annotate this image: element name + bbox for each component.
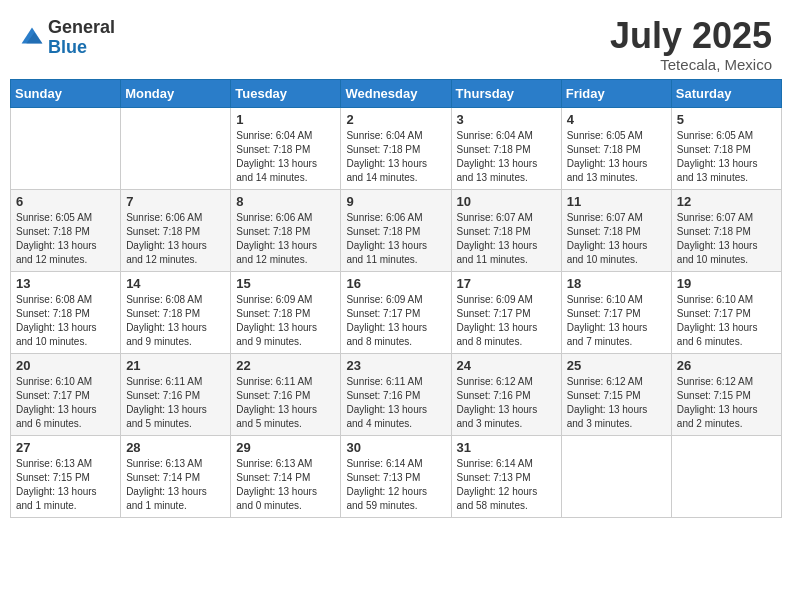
day-info: Sunrise: 6:04 AM Sunset: 7:18 PM Dayligh… (236, 129, 335, 185)
header-sunday: Sunday (11, 80, 121, 108)
day-number: 7 (126, 194, 225, 209)
day-number: 25 (567, 358, 666, 373)
day-info: Sunrise: 6:10 AM Sunset: 7:17 PM Dayligh… (16, 375, 115, 431)
day-info: Sunrise: 6:07 AM Sunset: 7:18 PM Dayligh… (567, 211, 666, 267)
logo-general: General (48, 18, 115, 38)
empty-cell (671, 436, 781, 518)
logo-text: General Blue (48, 18, 115, 58)
week-row-1: 6Sunrise: 6:05 AM Sunset: 7:18 PM Daylig… (11, 190, 782, 272)
day-info: Sunrise: 6:08 AM Sunset: 7:18 PM Dayligh… (126, 293, 225, 349)
day-number: 3 (457, 112, 556, 127)
day-number: 30 (346, 440, 445, 455)
day-cell-18: 18Sunrise: 6:10 AM Sunset: 7:17 PM Dayli… (561, 272, 671, 354)
day-cell-31: 31Sunrise: 6:14 AM Sunset: 7:13 PM Dayli… (451, 436, 561, 518)
day-cell-14: 14Sunrise: 6:08 AM Sunset: 7:18 PM Dayli… (121, 272, 231, 354)
day-info: Sunrise: 6:10 AM Sunset: 7:17 PM Dayligh… (677, 293, 776, 349)
header-saturday: Saturday (671, 80, 781, 108)
day-number: 4 (567, 112, 666, 127)
day-number: 19 (677, 276, 776, 291)
day-number: 8 (236, 194, 335, 209)
day-cell-26: 26Sunrise: 6:12 AM Sunset: 7:15 PM Dayli… (671, 354, 781, 436)
day-number: 28 (126, 440, 225, 455)
day-cell-11: 11Sunrise: 6:07 AM Sunset: 7:18 PM Dayli… (561, 190, 671, 272)
day-info: Sunrise: 6:04 AM Sunset: 7:18 PM Dayligh… (457, 129, 556, 185)
calendar-table: SundayMondayTuesdayWednesdayThursdayFrid… (10, 79, 782, 518)
day-number: 11 (567, 194, 666, 209)
day-info: Sunrise: 6:07 AM Sunset: 7:18 PM Dayligh… (677, 211, 776, 267)
day-number: 26 (677, 358, 776, 373)
week-row-2: 13Sunrise: 6:08 AM Sunset: 7:18 PM Dayli… (11, 272, 782, 354)
page-header: General Blue July 2025 Tetecala, Mexico (10, 10, 782, 79)
day-info: Sunrise: 6:04 AM Sunset: 7:18 PM Dayligh… (346, 129, 445, 185)
day-cell-12: 12Sunrise: 6:07 AM Sunset: 7:18 PM Dayli… (671, 190, 781, 272)
day-number: 31 (457, 440, 556, 455)
header-wednesday: Wednesday (341, 80, 451, 108)
month-title: July 2025 (610, 18, 772, 54)
day-info: Sunrise: 6:14 AM Sunset: 7:13 PM Dayligh… (346, 457, 445, 513)
logo-blue: Blue (48, 38, 115, 58)
day-info: Sunrise: 6:05 AM Sunset: 7:18 PM Dayligh… (677, 129, 776, 185)
day-number: 9 (346, 194, 445, 209)
day-info: Sunrise: 6:12 AM Sunset: 7:16 PM Dayligh… (457, 375, 556, 431)
day-number: 1 (236, 112, 335, 127)
day-number: 2 (346, 112, 445, 127)
day-number: 13 (16, 276, 115, 291)
day-info: Sunrise: 6:14 AM Sunset: 7:13 PM Dayligh… (457, 457, 556, 513)
day-info: Sunrise: 6:12 AM Sunset: 7:15 PM Dayligh… (677, 375, 776, 431)
day-info: Sunrise: 6:10 AM Sunset: 7:17 PM Dayligh… (567, 293, 666, 349)
header-monday: Monday (121, 80, 231, 108)
day-info: Sunrise: 6:06 AM Sunset: 7:18 PM Dayligh… (346, 211, 445, 267)
empty-cell (11, 108, 121, 190)
day-cell-9: 9Sunrise: 6:06 AM Sunset: 7:18 PM Daylig… (341, 190, 451, 272)
day-cell-13: 13Sunrise: 6:08 AM Sunset: 7:18 PM Dayli… (11, 272, 121, 354)
week-row-0: 1Sunrise: 6:04 AM Sunset: 7:18 PM Daylig… (11, 108, 782, 190)
day-cell-17: 17Sunrise: 6:09 AM Sunset: 7:17 PM Dayli… (451, 272, 561, 354)
day-info: Sunrise: 6:08 AM Sunset: 7:18 PM Dayligh… (16, 293, 115, 349)
day-info: Sunrise: 6:11 AM Sunset: 7:16 PM Dayligh… (346, 375, 445, 431)
empty-cell (561, 436, 671, 518)
day-info: Sunrise: 6:12 AM Sunset: 7:15 PM Dayligh… (567, 375, 666, 431)
day-cell-29: 29Sunrise: 6:13 AM Sunset: 7:14 PM Dayli… (231, 436, 341, 518)
day-cell-24: 24Sunrise: 6:12 AM Sunset: 7:16 PM Dayli… (451, 354, 561, 436)
day-number: 14 (126, 276, 225, 291)
day-number: 20 (16, 358, 115, 373)
week-row-3: 20Sunrise: 6:10 AM Sunset: 7:17 PM Dayli… (11, 354, 782, 436)
title-block: July 2025 Tetecala, Mexico (610, 18, 772, 73)
day-cell-20: 20Sunrise: 6:10 AM Sunset: 7:17 PM Dayli… (11, 354, 121, 436)
day-cell-1: 1Sunrise: 6:04 AM Sunset: 7:18 PM Daylig… (231, 108, 341, 190)
day-number: 6 (16, 194, 115, 209)
day-number: 10 (457, 194, 556, 209)
day-info: Sunrise: 6:05 AM Sunset: 7:18 PM Dayligh… (16, 211, 115, 267)
day-number: 15 (236, 276, 335, 291)
header-friday: Friday (561, 80, 671, 108)
day-number: 17 (457, 276, 556, 291)
day-number: 5 (677, 112, 776, 127)
day-cell-28: 28Sunrise: 6:13 AM Sunset: 7:14 PM Dayli… (121, 436, 231, 518)
day-info: Sunrise: 6:09 AM Sunset: 7:17 PM Dayligh… (346, 293, 445, 349)
day-info: Sunrise: 6:11 AM Sunset: 7:16 PM Dayligh… (236, 375, 335, 431)
day-cell-16: 16Sunrise: 6:09 AM Sunset: 7:17 PM Dayli… (341, 272, 451, 354)
day-cell-23: 23Sunrise: 6:11 AM Sunset: 7:16 PM Dayli… (341, 354, 451, 436)
day-cell-30: 30Sunrise: 6:14 AM Sunset: 7:13 PM Dayli… (341, 436, 451, 518)
day-number: 22 (236, 358, 335, 373)
day-number: 16 (346, 276, 445, 291)
day-cell-8: 8Sunrise: 6:06 AM Sunset: 7:18 PM Daylig… (231, 190, 341, 272)
day-cell-7: 7Sunrise: 6:06 AM Sunset: 7:18 PM Daylig… (121, 190, 231, 272)
calendar-header-row: SundayMondayTuesdayWednesdayThursdayFrid… (11, 80, 782, 108)
header-thursday: Thursday (451, 80, 561, 108)
day-cell-10: 10Sunrise: 6:07 AM Sunset: 7:18 PM Dayli… (451, 190, 561, 272)
day-cell-25: 25Sunrise: 6:12 AM Sunset: 7:15 PM Dayli… (561, 354, 671, 436)
day-number: 24 (457, 358, 556, 373)
day-info: Sunrise: 6:06 AM Sunset: 7:18 PM Dayligh… (126, 211, 225, 267)
day-cell-21: 21Sunrise: 6:11 AM Sunset: 7:16 PM Dayli… (121, 354, 231, 436)
logo-icon (20, 26, 44, 50)
day-info: Sunrise: 6:06 AM Sunset: 7:18 PM Dayligh… (236, 211, 335, 267)
day-info: Sunrise: 6:05 AM Sunset: 7:18 PM Dayligh… (567, 129, 666, 185)
day-number: 23 (346, 358, 445, 373)
day-number: 29 (236, 440, 335, 455)
week-row-4: 27Sunrise: 6:13 AM Sunset: 7:15 PM Dayli… (11, 436, 782, 518)
day-cell-19: 19Sunrise: 6:10 AM Sunset: 7:17 PM Dayli… (671, 272, 781, 354)
day-cell-3: 3Sunrise: 6:04 AM Sunset: 7:18 PM Daylig… (451, 108, 561, 190)
header-tuesday: Tuesday (231, 80, 341, 108)
day-cell-6: 6Sunrise: 6:05 AM Sunset: 7:18 PM Daylig… (11, 190, 121, 272)
